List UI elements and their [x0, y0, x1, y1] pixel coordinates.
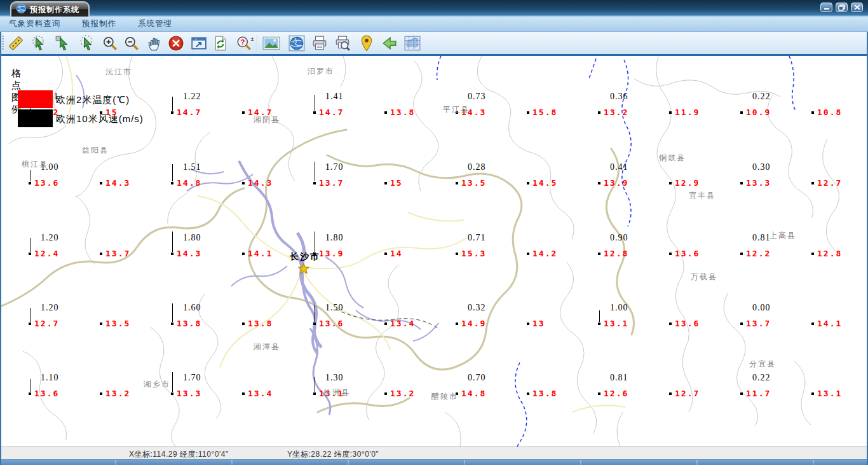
map-canvas[interactable]: 14.21.611514.71.2214.714.71.4113.814.30.… — [0, 56, 868, 447]
grid-layer-icon[interactable] — [403, 34, 422, 53]
temp-value: 14.7 — [319, 108, 344, 117]
temp-value: 12.4 — [34, 249, 59, 258]
temp-value: 12.7 — [34, 319, 59, 328]
wind-barb — [172, 97, 173, 111]
wind-barb — [315, 162, 315, 181]
temp-value: 11.9 — [675, 108, 700, 117]
grid-point-dot — [29, 392, 31, 395]
menu-forecast-making[interactable]: 预报制作 — [82, 18, 116, 29]
select-arrow-icon[interactable] — [53, 34, 72, 53]
map-label: 湘潭县 — [254, 342, 280, 352]
grid-point-dot — [29, 253, 31, 255]
grid-point-dot — [100, 323, 102, 325]
close-button[interactable] — [851, 3, 863, 12]
wind-value: 1.70 — [183, 373, 201, 383]
minimize-button[interactable] — [820, 3, 832, 12]
grid-point-dot — [242, 182, 245, 184]
grid-point-dot — [313, 111, 316, 114]
toolbar-separator — [257, 35, 257, 52]
wind-barb — [172, 303, 173, 322]
cursor-y-readout: Y坐标:28.22 纬度:30°0'0" — [287, 449, 379, 460]
wind-value: 1.41 — [325, 92, 344, 102]
wind-value: 1.80 — [183, 233, 201, 243]
status-bar: X坐标:114.29 经度:110°0'4" Y坐标:28.22 纬度:30°0… — [0, 447, 868, 459]
select-feature-icon[interactable] — [29, 34, 48, 53]
back-icon[interactable] — [380, 34, 399, 53]
svg-text:?: ? — [240, 38, 245, 46]
wind-value: 0.70 — [468, 373, 486, 383]
map-label: 湘阴县 — [254, 115, 280, 125]
wind-barb — [599, 310, 600, 322]
refresh-icon[interactable] — [211, 34, 230, 53]
temp-value: 13.2 — [604, 108, 628, 117]
map-label: 铜鼓县 — [659, 153, 686, 163]
temp-value: 13.8 — [177, 319, 201, 328]
grid-point-dot — [29, 323, 31, 325]
grid-point-dot — [171, 323, 173, 325]
select-rect-icon[interactable] — [78, 34, 97, 53]
temp-value: 12.2 — [746, 249, 771, 258]
restore-button[interactable] — [836, 3, 848, 12]
map-label: 分宜县 — [749, 359, 776, 370]
grid-point-dot — [100, 253, 102, 255]
wind-barb — [30, 170, 31, 181]
full-extent-icon[interactable] — [189, 34, 208, 53]
toolbar: ?± — [0, 32, 868, 56]
measure-tool-icon[interactable] — [6, 34, 25, 53]
temp-value: 12.7 — [675, 389, 700, 398]
temp-value: 13.8 — [532, 389, 557, 398]
pan-icon[interactable] — [145, 34, 164, 53]
identify-icon[interactable]: ?± — [235, 34, 254, 53]
grid-point-dot — [669, 253, 672, 255]
temp-value: 11.7 — [746, 389, 771, 398]
stop-icon[interactable] — [166, 34, 186, 53]
temp-value: 12.7 — [817, 178, 842, 188]
temp-value: 13.5 — [461, 178, 486, 188]
grid-point-dot — [598, 392, 600, 395]
grid-point-dot — [171, 253, 173, 255]
grid-point-dot — [456, 323, 458, 325]
grid-point-dot — [384, 111, 387, 114]
grid-point-dot — [598, 111, 600, 114]
export-image-icon[interactable] — [262, 34, 281, 53]
toolbar-grip — [2, 36, 4, 51]
grid-point-dot — [811, 111, 814, 114]
grid-point-dot — [171, 392, 173, 395]
temp-value: 14.1 — [817, 319, 842, 328]
temp-value: 13.9 — [319, 249, 344, 258]
title-bar: 预报制作系统 — [0, 0, 868, 17]
map-label: 株洲县 — [323, 387, 350, 398]
locate-pin-icon[interactable] — [357, 34, 376, 53]
wind-value: 1.10 — [41, 373, 59, 383]
temp-value: 15 — [390, 178, 403, 188]
menu-system-management[interactable]: 系统管理 — [138, 18, 172, 29]
print-icon[interactable] — [310, 34, 329, 53]
temp-value: 10.9 — [746, 108, 771, 117]
temp-value: 14.1 — [248, 249, 273, 258]
grid-point-dot — [527, 323, 529, 325]
zoom-in-icon[interactable] — [100, 34, 119, 53]
wind-value: 0.71 — [468, 233, 486, 243]
temp-value: 14.8 — [461, 389, 486, 398]
menu-weather-data-query[interactable]: 气象资料查询 — [9, 18, 60, 29]
grid-point-dot — [313, 182, 316, 184]
temp-value: 13.2 — [105, 389, 130, 398]
grid-point-dot — [740, 392, 743, 395]
globe-view-icon[interactable] — [287, 34, 306, 53]
grid-point-dot — [100, 182, 102, 184]
window-left-frame — [0, 32, 1, 465]
wind-value: 0.32 — [468, 303, 486, 313]
temp-value: 13.2 — [390, 389, 415, 398]
grid-point-dot — [598, 253, 600, 255]
zoom-out-icon[interactable] — [122, 34, 141, 53]
print-preview-icon[interactable] — [333, 34, 352, 53]
temp-value: 13.8 — [248, 319, 273, 328]
app-tab[interactable]: 预报制作系统 — [10, 1, 90, 17]
wind-value: 0.28 — [468, 162, 486, 172]
grid-point-dot — [811, 182, 814, 184]
temp-value: 12.6 — [604, 389, 628, 398]
grid-point-dot — [456, 182, 458, 184]
temp-value: 13.6 — [34, 389, 59, 398]
grid-point-dot — [242, 111, 245, 114]
grid-point-dot — [811, 323, 814, 325]
